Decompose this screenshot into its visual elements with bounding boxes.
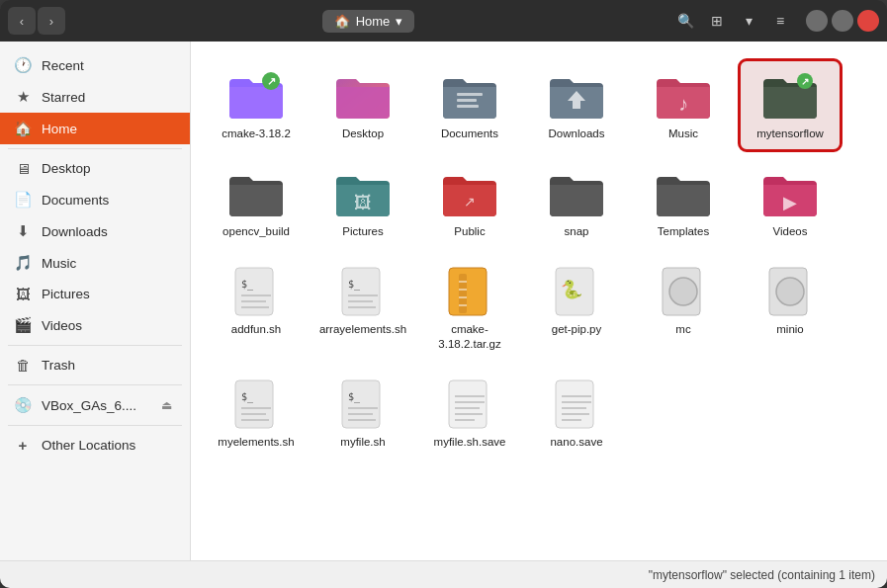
- sidebar-item-starred[interactable]: ★ Starred: [0, 81, 190, 113]
- file-item-myfile[interactable]: $_ myfile.sh: [313, 370, 412, 458]
- file-label-snap: snap: [565, 224, 589, 239]
- svg-text:↗: ↗: [464, 194, 476, 210]
- script-icon-myfile: $_: [333, 378, 393, 431]
- file-grid: ↗ cmake-3.18.2: [207, 61, 871, 458]
- sidebar-divider-3: [8, 384, 182, 385]
- vbox-icon: 💿: [14, 396, 32, 414]
- svg-rect-23: [459, 274, 467, 313]
- sidebar-label-trash: Trash: [42, 358, 75, 373]
- folder-icon-documents: [440, 69, 499, 123]
- folder-icon-templates: [654, 167, 713, 220]
- file-item-public[interactable]: ↗ Public: [420, 159, 519, 247]
- file-item-myfile-save[interactable]: myfile.sh.save: [420, 370, 519, 458]
- file-label-mytensorflow: mytensorflow: [756, 126, 824, 141]
- file-label-pictures: Pictures: [342, 224, 384, 239]
- svg-text:$_: $_: [348, 391, 361, 403]
- sidebar-item-documents[interactable]: 📄 Documents: [0, 184, 190, 215]
- file-item-mytensorflow[interactable]: ↗ mytensorflow: [741, 61, 840, 149]
- file-item-music[interactable]: ♪ Music: [634, 61, 733, 149]
- file-label-myelements: myelements.sh: [218, 435, 294, 450]
- search-button[interactable]: 🔍: [671, 7, 699, 35]
- file-item-documents[interactable]: Documents: [420, 61, 519, 149]
- file-label-desktop: Desktop: [342, 126, 384, 141]
- sidebar-item-recent[interactable]: 🕐 Recent: [0, 49, 190, 81]
- file-label-cmake: cmake-3.18.2: [222, 126, 291, 141]
- sidebar-item-home[interactable]: 🏠 Home: [0, 113, 190, 144]
- main-area: 🕐 Recent ★ Starred 🏠 Home 🖥 Desktop 📄 Do…: [0, 42, 887, 560]
- file-item-videos[interactable]: ▶ Videos: [741, 159, 840, 247]
- file-item-addfun[interactable]: $_ addfun.sh: [207, 257, 306, 360]
- titlebar: ‹ › 🏠 Home ▾ 🔍 ⊞ ▾ ≡ − □ ✕: [0, 0, 887, 42]
- file-label-minio: minio: [776, 322, 803, 337]
- sidebar-divider-1: [8, 148, 182, 149]
- python-icon-getpip: 🐍: [547, 265, 606, 318]
- sidebar-item-vbox[interactable]: 💿 VBox_GAs_6.... ⏏: [0, 389, 190, 421]
- sidebar-label-other: Other Locations: [42, 438, 135, 453]
- archive-icon-cmake-tar: [440, 265, 499, 318]
- menu-button[interactable]: ≡: [766, 7, 794, 35]
- folder-icon-desktop: [333, 69, 393, 123]
- file-item-minio[interactable]: minio: [741, 257, 840, 360]
- script-icon-myelements: $_: [226, 378, 286, 431]
- sidebar-item-trash[interactable]: 🗑 Trash: [0, 350, 190, 380]
- starred-icon: ★: [14, 88, 32, 106]
- file-item-opencv[interactable]: opencv_build: [207, 159, 306, 247]
- folder-icon-opencv: [226, 167, 286, 220]
- file-item-myelements[interactable]: $_ myelements.sh: [207, 370, 306, 458]
- file-item-getpip[interactable]: 🐍 get-pip.py: [527, 257, 626, 360]
- view-list-button[interactable]: ⊞: [703, 7, 731, 35]
- sidebar-item-pictures[interactable]: 🖼 Pictures: [0, 279, 190, 309]
- svg-point-33: [776, 278, 804, 305]
- file-label-myfile: myfile.sh: [340, 435, 385, 450]
- file-label-arrayelements: arrayelements.sh: [319, 322, 406, 337]
- sidebar-item-music[interactable]: 🎵 Music: [0, 247, 190, 279]
- file-item-snap[interactable]: snap: [527, 159, 626, 247]
- maximize-button[interactable]: □: [832, 10, 853, 32]
- forward-button[interactable]: ›: [38, 7, 65, 35]
- trash-icon: 🗑: [14, 357, 32, 374]
- breadcrumb-label: Home: [356, 14, 391, 29]
- music-icon: 🎵: [14, 254, 32, 272]
- videos-icon: 🎬: [14, 316, 32, 334]
- sidebar-item-downloads[interactable]: ⬇ Downloads: [0, 215, 190, 247]
- folder-icon-downloads: [547, 69, 606, 123]
- file-item-downloads[interactable]: Downloads: [527, 61, 626, 149]
- minimize-button[interactable]: −: [806, 10, 828, 32]
- script-icon-arrayelements: $_: [333, 265, 393, 318]
- file-item-cmake-tar[interactable]: cmake-3.18.2.tar.gz: [420, 257, 519, 360]
- view-toggle-button[interactable]: ▾: [735, 7, 762, 35]
- sidebar-item-other[interactable]: + Other Locations: [0, 430, 190, 461]
- file-label-templates: Templates: [658, 224, 709, 239]
- svg-rect-34: [235, 380, 273, 428]
- close-button[interactable]: ✕: [857, 10, 879, 32]
- svg-text:$_: $_: [348, 279, 361, 291]
- folder-icon-pictures: 🖼: [333, 167, 393, 220]
- file-item-arrayelements[interactable]: $_ arrayelements.sh: [313, 257, 412, 360]
- file-item-nano-save[interactable]: nano.save: [527, 370, 626, 458]
- svg-rect-50: [556, 380, 593, 428]
- file-item-desktop[interactable]: Desktop: [313, 61, 412, 149]
- file-item-mc[interactable]: mc: [634, 257, 733, 360]
- eject-button[interactable]: ⏏: [157, 396, 176, 414]
- sidebar-item-videos[interactable]: 🎬 Videos: [0, 309, 190, 341]
- sidebar-label-downloads: Downloads: [42, 224, 108, 239]
- file-item-cmake[interactable]: ↗ cmake-3.18.2: [207, 61, 306, 149]
- statusbar-text: "mytensorflow" selected (containing 1 it…: [649, 568, 875, 582]
- breadcrumb-home[interactable]: 🏠 Home ▾: [322, 10, 415, 33]
- folder-icon-videos: ▶: [760, 167, 820, 220]
- sidebar-label-videos: Videos: [42, 318, 82, 333]
- file-item-pictures[interactable]: 🖼 Pictures: [313, 159, 412, 247]
- sidebar-label-desktop: Desktop: [42, 161, 91, 176]
- file-item-templates[interactable]: Templates: [634, 159, 733, 247]
- svg-text:↗: ↗: [801, 76, 809, 87]
- text-icon-myfile-save: [440, 378, 499, 431]
- sidebar-item-desktop[interactable]: 🖥 Desktop: [0, 153, 190, 184]
- file-label-videos: Videos: [773, 224, 808, 239]
- file-label-opencv: opencv_build: [222, 224, 290, 239]
- svg-rect-2: [457, 93, 483, 96]
- desktop-icon: 🖥: [14, 160, 32, 177]
- folder-icon-mytensorflow: ↗: [760, 69, 820, 123]
- back-button[interactable]: ‹: [8, 7, 36, 35]
- svg-rect-12: [235, 268, 273, 315]
- folder-icon-music: ♪: [654, 69, 713, 123]
